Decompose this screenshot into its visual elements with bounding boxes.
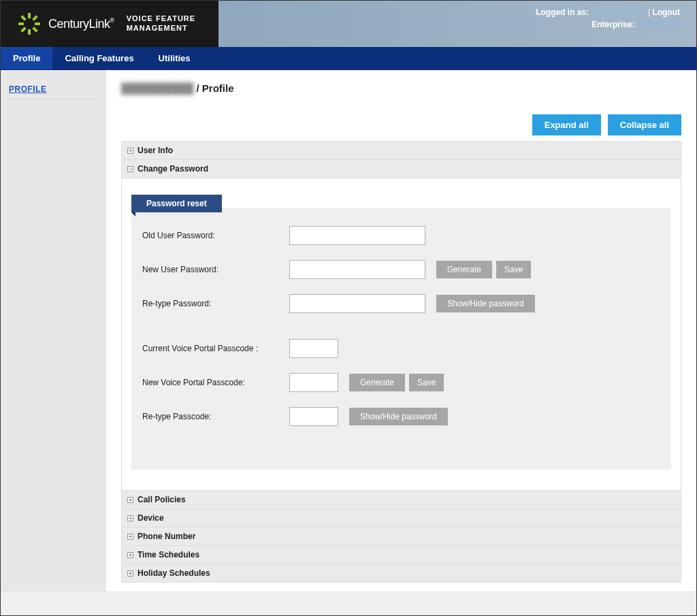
current-voice-passcode-input[interactable]: [289, 339, 338, 358]
save-password-button[interactable]: Save: [496, 261, 531, 278]
new-voice-passcode-input[interactable]: [289, 373, 338, 392]
label-new-user-password: New User Password:: [142, 265, 278, 274]
svg-rect-7: [32, 27, 37, 32]
password-reset-panel: Password reset Old User Password: New Us…: [131, 208, 671, 470]
showhide-password-button[interactable]: Show/Hide password: [436, 295, 535, 312]
content-layout: PROFILE ██████████ / Profile Expand all …: [1, 70, 696, 591]
new-user-password-input[interactable]: [289, 260, 425, 279]
retype-password-input[interactable]: [289, 294, 425, 313]
enterprise-value: ██████: [637, 20, 680, 29]
brand-name: CenturyLink®: [48, 17, 114, 31]
acc-body-change-password: Password reset Old User Password: New Us…: [122, 178, 681, 491]
acc-call-policies: + Call Policies: [122, 491, 681, 509]
svg-rect-1: [28, 29, 31, 35]
tab-profile[interactable]: Profile: [1, 47, 52, 69]
collapse-all-button[interactable]: Collapse all: [608, 114, 681, 135]
svg-rect-0: [28, 13, 31, 18]
generate-password-button[interactable]: Generate: [436, 261, 492, 278]
tab-utilities[interactable]: Utilities: [146, 47, 203, 69]
plus-icon: +: [127, 552, 133, 558]
save-passcode-button[interactable]: Save: [409, 374, 444, 391]
logged-in-user: ████████: [591, 7, 646, 17]
sidebar-link-profile[interactable]: PROFILE: [9, 84, 47, 94]
acc-phone-number: + Phone Number: [122, 528, 681, 546]
page-title: Profile: [202, 82, 234, 94]
svg-rect-2: [18, 22, 24, 25]
acc-change-password: − Change Password Password reset Old Use…: [122, 160, 681, 491]
centurylink-logo-icon: [17, 12, 42, 36]
svg-rect-4: [32, 15, 37, 20]
generate-passcode-button[interactable]: Generate: [349, 374, 405, 391]
expand-all-button[interactable]: Expand all: [532, 114, 601, 135]
row-new-voice-passcode: New Voice Portal Passcode: Generate Save: [142, 373, 660, 392]
svg-rect-6: [20, 15, 26, 20]
main-nav: Profile Calling Features Utilities: [1, 47, 696, 70]
row-new-user-password: New User Password: Generate Save: [142, 260, 660, 279]
acc-header-user-info[interactable]: + User Info: [122, 142, 681, 160]
brand-logo: CenturyLink®: [1, 12, 114, 36]
row-retype-passcode: Re-type Passcode: Show/Hide password: [142, 407, 660, 426]
logout-link[interactable]: Logout: [652, 7, 680, 17]
header-user-info: Logged in as: ████████ | Logout Enterpri…: [536, 6, 680, 31]
acc-header-phone-number[interactable]: + Phone Number: [122, 528, 681, 546]
password-reset-form: Old User Password: New User Password: Ge…: [131, 208, 671, 426]
row-old-user-password: Old User Password:: [142, 226, 660, 245]
profile-accordion: + User Info − Change Password Password r…: [121, 141, 681, 583]
app-title: VOICE FEATURE MANAGEMENT: [127, 14, 195, 33]
row-current-voice-passcode: Current Voice Portal Passcode :: [142, 339, 660, 358]
plus-icon: +: [127, 534, 133, 540]
label-retype-passcode: Re-type Passcode:: [142, 412, 278, 421]
header-brand-area: CenturyLink® VOICE FEATURE MANAGEMENT: [1, 1, 218, 47]
logged-in-label: Logged in as:: [536, 7, 589, 17]
minus-icon: −: [127, 166, 133, 172]
svg-rect-3: [35, 22, 40, 25]
row-retype-password: Re-type Password: Show/Hide password: [142, 294, 660, 313]
expand-collapse-row: Expand all Collapse all: [121, 114, 681, 135]
label-retype-password: Re-type Password:: [142, 299, 278, 308]
acc-header-change-password[interactable]: − Change Password: [122, 160, 681, 178]
plus-icon: +: [127, 570, 133, 577]
plus-icon: +: [127, 497, 133, 503]
showhide-passcode-button[interactable]: Show/Hide password: [349, 408, 448, 425]
label-new-voice-passcode: New Voice Portal Passcode:: [142, 378, 278, 387]
old-user-password-input[interactable]: [289, 226, 425, 245]
acc-device: + Device: [122, 509, 681, 528]
acc-time-schedules: + Time Schedules: [122, 546, 681, 564]
acc-header-device[interactable]: + Device: [122, 509, 681, 528]
footer-bar: [1, 591, 696, 615]
password-reset-tab: Password reset: [131, 195, 222, 212]
retype-passcode-input[interactable]: [289, 407, 338, 426]
plus-icon: +: [127, 515, 133, 521]
sidebar-divider: [9, 99, 98, 99]
svg-rect-5: [20, 27, 26, 32]
sidebar: PROFILE: [1, 70, 106, 591]
enterprise-label: Enterprise:: [591, 20, 634, 29]
tab-calling-features[interactable]: Calling Features: [52, 47, 146, 69]
acc-holiday-schedules: + Holiday Schedules: [122, 564, 681, 582]
acc-header-call-policies[interactable]: + Call Policies: [122, 491, 681, 509]
label-current-voice-passcode: Current Voice Portal Passcode :: [142, 344, 278, 353]
acc-user-info: + User Info: [122, 142, 681, 160]
acc-header-holiday-schedules[interactable]: + Holiday Schedules: [122, 564, 681, 582]
label-old-user-password: Old User Password:: [142, 231, 278, 240]
breadcrumb: ██████████ / Profile: [121, 82, 681, 94]
plus-icon: +: [127, 148, 133, 154]
app-header: CenturyLink® VOICE FEATURE MANAGEMENT Lo…: [1, 1, 696, 47]
main-panel: ██████████ / Profile Expand all Collapse…: [106, 70, 696, 591]
acc-header-time-schedules[interactable]: + Time Schedules: [122, 546, 681, 564]
